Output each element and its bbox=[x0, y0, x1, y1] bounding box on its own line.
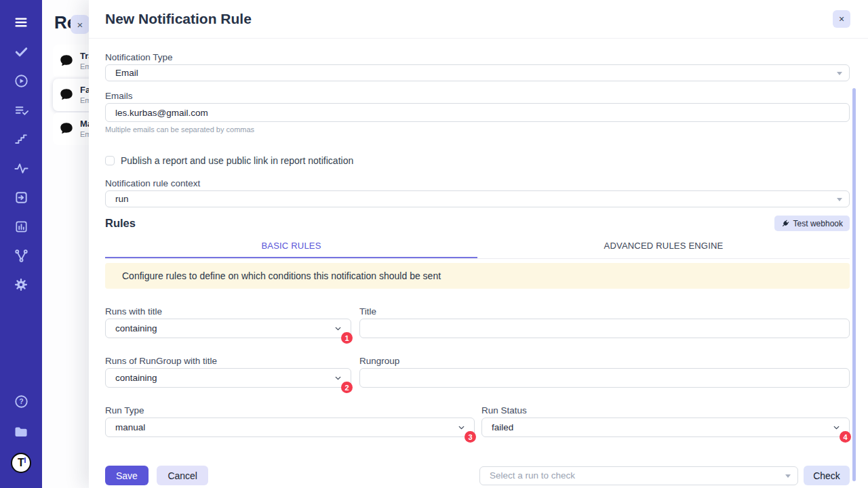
notification-type-value: Email bbox=[106, 68, 138, 78]
notification-item-title: Ma bbox=[80, 119, 89, 129]
rule-context-select[interactable]: run bbox=[105, 190, 850, 207]
rule-row-2: Runs of RunGroup with title containing 2… bbox=[105, 356, 850, 388]
notification-item-subtitle: Em bbox=[80, 62, 89, 71]
chat-bubble-icon bbox=[59, 54, 74, 68]
notification-item-title: Tra bbox=[80, 51, 89, 62]
title-input[interactable] bbox=[360, 319, 849, 338]
emails-input[interactable] bbox=[106, 104, 849, 121]
bar-chart-icon[interactable] bbox=[13, 218, 29, 235]
rules-header-row: Rules Test webhook bbox=[105, 216, 850, 231]
run-type-cell: Run Type manual 3 bbox=[105, 405, 475, 437]
run-status-label: Run Status bbox=[481, 405, 850, 415]
chevron-down-icon bbox=[334, 373, 342, 382]
modal-title: New Notification Rule bbox=[105, 11, 252, 27]
new-notification-rule-modal: New Notification Rule × Notification Typ… bbox=[89, 0, 868, 488]
modal-header: New Notification Rule × bbox=[89, 0, 868, 39]
notification-item-title: Fa bbox=[80, 85, 89, 96]
run-to-check-placeholder: Select a run to check bbox=[480, 470, 575, 481]
runs-with-title-select[interactable]: containing 1 bbox=[105, 319, 351, 338]
sidebar-bottom: ? T bbox=[11, 393, 31, 473]
cancel-button[interactable]: Cancel bbox=[157, 466, 208, 485]
task-list-icon[interactable] bbox=[13, 102, 29, 118]
play-circle-icon[interactable] bbox=[13, 73, 29, 89]
app-logo-accent bbox=[24, 458, 26, 463]
publish-report-checkbox-row[interactable]: Publish a report and use public link in … bbox=[105, 155, 850, 166]
run-status-cell: Run Status failed 4 bbox=[481, 405, 850, 437]
publish-report-checkbox-label: Publish a report and use public link in … bbox=[121, 155, 353, 166]
runs-with-title-label: Runs with title bbox=[105, 306, 351, 317]
rules-heading: Rules bbox=[105, 217, 136, 230]
rule-context-label: Notification rule context bbox=[105, 178, 850, 188]
emails-helper-text: Multiple emails can be separated by comm… bbox=[105, 125, 850, 134]
chevron-down-icon bbox=[832, 423, 841, 432]
chat-bubble-icon bbox=[59, 87, 74, 102]
modal-footer: Save Cancel Select a run to check Check bbox=[105, 466, 850, 485]
rule-row-1: Runs with title containing 1 Title bbox=[105, 306, 850, 338]
runs-with-title-cell: Runs with title containing 1 bbox=[105, 306, 351, 338]
rule-badge-2: 2 bbox=[341, 382, 353, 393]
tab-basic-rules[interactable]: BASIC RULES bbox=[105, 237, 477, 258]
footer-right-actions: Select a run to check Check bbox=[479, 466, 850, 485]
rungroup-label: Rungroup bbox=[359, 356, 850, 366]
run-to-check-select[interactable]: Select a run to check bbox=[479, 466, 798, 485]
rule-badge-3: 3 bbox=[465, 431, 476, 443]
sidebar: ? T bbox=[0, 0, 42, 488]
steps-icon[interactable] bbox=[13, 131, 29, 147]
modal-content: Notification Type Email Emails Multiple … bbox=[89, 39, 868, 485]
notification-type-select[interactable]: Email bbox=[105, 64, 850, 81]
notification-list-item[interactable]: Ma Em bbox=[53, 113, 89, 145]
rungroup-cell: Rungroup bbox=[359, 356, 850, 388]
modal-scrollbar-thumb[interactable] bbox=[852, 88, 856, 481]
run-type-label: Run Type bbox=[105, 405, 475, 415]
tab-advanced-rules-engine[interactable]: ADVANCED RULES ENGINE bbox=[477, 237, 850, 258]
sign-in-icon[interactable] bbox=[13, 189, 29, 205]
rules-tabs: BASIC RULES ADVANCED RULES ENGINE bbox=[105, 237, 850, 259]
caret-down-icon bbox=[837, 198, 842, 201]
branch-icon[interactable] bbox=[13, 247, 29, 264]
menu-icon[interactable] bbox=[13, 14, 29, 30]
title-field-wrap bbox=[359, 319, 850, 338]
activity-icon[interactable] bbox=[13, 160, 29, 176]
check-button[interactable]: Check bbox=[804, 466, 850, 485]
test-webhook-label: Test webhook bbox=[793, 219, 843, 228]
emails-label: Emails bbox=[105, 91, 850, 101]
background-panel: Re × Tra Em Fa Em Ma Em bbox=[42, 0, 89, 488]
rules-info-banner: Configure rules to define on which condi… bbox=[105, 263, 850, 289]
app-logo[interactable]: T bbox=[11, 453, 31, 473]
save-button[interactable]: Save bbox=[105, 466, 149, 485]
chat-bubble-icon bbox=[59, 121, 74, 136]
app-root: ? T Re × Tra Em Fa Em bbox=[0, 0, 868, 488]
sidebar-nav bbox=[13, 14, 29, 293]
test-webhook-button[interactable]: Test webhook bbox=[774, 216, 850, 231]
plug-icon bbox=[781, 220, 789, 228]
background-panel-close-button[interactable]: × bbox=[71, 15, 89, 34]
rungroup-field-wrap bbox=[359, 368, 850, 388]
notification-item-subtitle: Em bbox=[80, 129, 89, 139]
emails-field-wrap bbox=[105, 103, 850, 122]
rule-row-3: Run Type manual 3 Run Status failed 4 bbox=[105, 405, 850, 437]
docs-folder-icon[interactable] bbox=[13, 423, 29, 439]
notification-type-label: Notification Type bbox=[105, 52, 850, 62]
runs-with-title-value: containing bbox=[106, 323, 157, 333]
run-type-select[interactable]: manual 3 bbox=[105, 418, 475, 437]
rule-context-value: run bbox=[106, 194, 129, 204]
caret-down-icon bbox=[837, 72, 842, 75]
run-status-select[interactable]: failed 4 bbox=[481, 418, 850, 437]
rungroup-with-title-select[interactable]: containing 2 bbox=[105, 368, 351, 388]
run-type-value: manual bbox=[106, 422, 145, 432]
notification-item-subtitle: Em bbox=[80, 96, 89, 105]
app-logo-letter: T bbox=[18, 457, 24, 469]
rule-badge-1: 1 bbox=[341, 332, 353, 344]
notification-list-item[interactable]: Fa Em bbox=[53, 79, 89, 111]
publish-report-checkbox[interactable] bbox=[105, 156, 115, 165]
chevron-down-icon bbox=[334, 324, 342, 333]
chevron-down-icon bbox=[457, 423, 466, 432]
settings-gear-icon[interactable] bbox=[13, 277, 29, 293]
modal-close-button[interactable]: × bbox=[833, 10, 850, 28]
notification-list-item[interactable]: Tra Em bbox=[53, 45, 89, 77]
help-icon[interactable]: ? bbox=[13, 393, 29, 409]
title-cell: Title bbox=[359, 306, 850, 338]
rungroup-input[interactable] bbox=[360, 369, 849, 387]
caret-down-icon bbox=[785, 474, 791, 478]
check-icon[interactable] bbox=[13, 43, 29, 60]
